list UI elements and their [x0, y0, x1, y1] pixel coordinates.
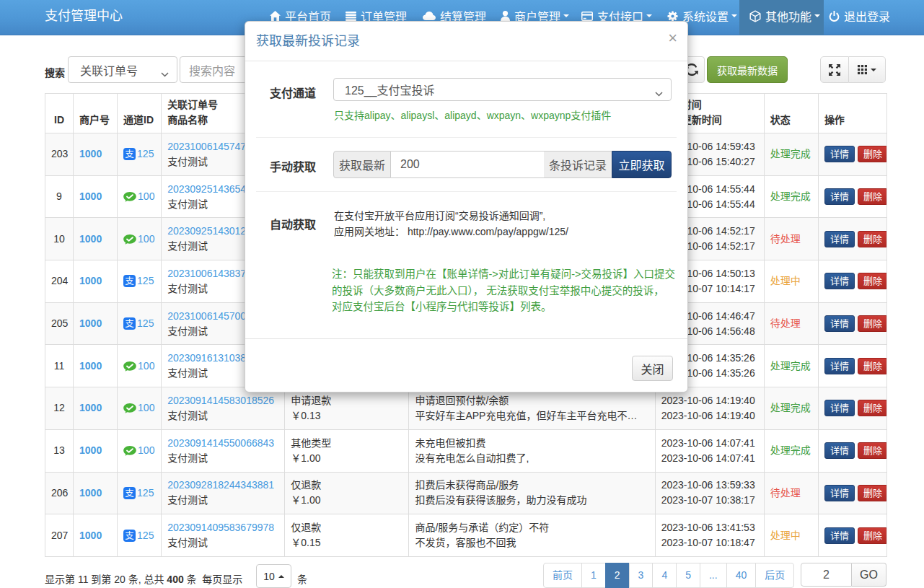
svg-text:支: 支: [125, 276, 134, 286]
svg-text:支: 支: [125, 488, 134, 499]
svg-text:支: 支: [125, 149, 134, 159]
svg-text:支: 支: [125, 319, 134, 329]
svg-text:支: 支: [125, 530, 134, 540]
